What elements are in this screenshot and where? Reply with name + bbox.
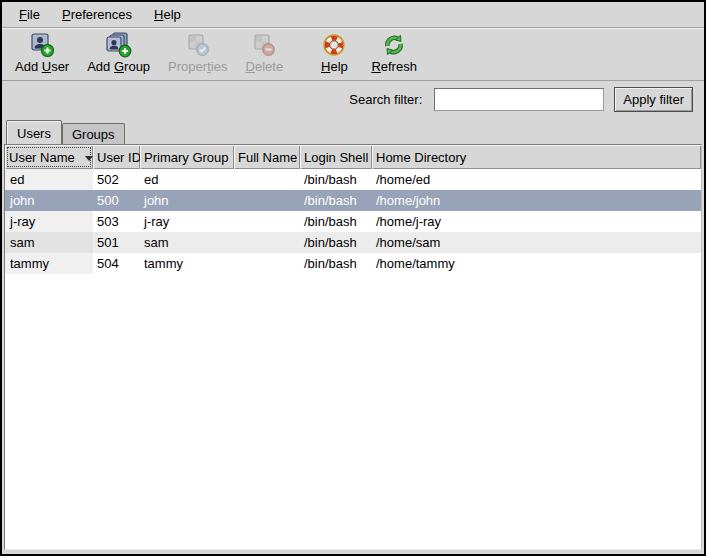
label-part: H	[321, 59, 330, 74]
user-manager-window: File Preferences Help Add User	[0, 0, 706, 556]
delete-button[interactable]: Delete	[236, 31, 292, 75]
table-row-tammy[interactable]: tammy 504 tammy /bin/bash /home/tammy	[5, 253, 701, 274]
label-part: roup	[124, 59, 150, 74]
menu-help[interactable]: Help	[143, 3, 192, 26]
table-row-j-ray[interactable]: j-ray 503 j-ray /bin/bash /home/j-ray	[5, 211, 701, 232]
column-header-label: Primary Group	[144, 150, 229, 165]
cell-full-name	[234, 253, 300, 274]
cell-primary-group: john	[140, 190, 234, 211]
cell-home-directory: /home/j-ray	[372, 211, 701, 232]
column-header-user-name[interactable]: User Name	[5, 145, 93, 169]
column-header-full-name[interactable]: Full Name	[234, 145, 300, 169]
cell-primary-group: j-ray	[140, 211, 234, 232]
apply-filter-button[interactable]: Apply filter	[614, 87, 693, 112]
help-icon	[321, 32, 347, 58]
add-user-button[interactable]: Add User	[6, 31, 78, 75]
cell-home-directory: /home/tammy	[372, 253, 701, 274]
label-part: efresh	[381, 59, 417, 74]
table-header: User Name User ID Primary Group Full Nam…	[5, 145, 701, 169]
label-part: Add	[15, 59, 42, 74]
menu-label-part: F	[19, 7, 27, 22]
cell-login-shell: /bin/bash	[300, 169, 372, 190]
menu-label-part: elp	[163, 7, 180, 22]
refresh-button[interactable]: Refresh	[362, 31, 426, 75]
label-part: ser	[51, 59, 69, 74]
search-filter-row: Search filter: Apply filter	[2, 81, 704, 118]
toolbar-button-label: Add Group	[87, 59, 150, 74]
label-part: Proper	[168, 59, 207, 74]
cell-home-directory: /home/ed	[372, 169, 701, 190]
cell-primary-group: tammy	[140, 253, 234, 274]
cell-user-id: 502	[93, 169, 140, 190]
cell-home-directory: /home/sam	[372, 232, 701, 253]
menu-file[interactable]: File	[8, 3, 51, 26]
table-row-ed[interactable]: ed 502 ed /bin/bash /home/ed	[5, 169, 701, 190]
label-part: U	[42, 59, 51, 74]
column-header-label: Full Name	[238, 150, 297, 165]
cell-user-name: sam	[5, 232, 93, 253]
label-part: Add	[87, 59, 114, 74]
label-part: elp	[330, 59, 347, 74]
delete-icon	[251, 32, 277, 58]
properties-button[interactable]: Properties	[159, 31, 236, 75]
label-part: R	[371, 59, 380, 74]
table-row-john-selected[interactable]: john 500 john /bin/bash /home/john	[5, 190, 701, 211]
group-add-icon	[106, 32, 132, 58]
column-header-primary-group[interactable]: Primary Group	[140, 145, 234, 169]
cell-primary-group: sam	[140, 232, 234, 253]
menu-label-part: ile	[27, 7, 40, 22]
cell-user-name: j-ray	[5, 211, 93, 232]
cell-full-name	[234, 211, 300, 232]
add-group-button[interactable]: Add Group	[78, 31, 159, 75]
cell-full-name	[234, 232, 300, 253]
cell-user-name: john	[5, 190, 93, 211]
column-header-login-shell[interactable]: Login Shell	[300, 145, 372, 169]
help-button[interactable]: Help	[306, 31, 362, 75]
column-header-label: User ID	[97, 150, 140, 165]
toolbar-button-label: Refresh	[371, 59, 417, 74]
tab-bar: Users Groups	[2, 118, 704, 144]
users-table: User Name User ID Primary Group Full Nam…	[4, 144, 702, 550]
cell-user-name: ed	[5, 169, 93, 190]
cell-login-shell: /bin/bash	[300, 232, 372, 253]
tab-users[interactable]: Users	[6, 120, 62, 144]
refresh-icon	[381, 32, 407, 58]
cell-user-name: tammy	[5, 253, 93, 274]
search-filter-input[interactable]	[434, 88, 604, 111]
toolbar-button-label: Add User	[15, 59, 69, 74]
label-part: D	[246, 59, 255, 74]
cell-primary-group: ed	[140, 169, 234, 190]
label-part: G	[114, 59, 124, 74]
properties-icon	[185, 32, 211, 58]
cell-user-id: 501	[93, 232, 140, 253]
menu-preferences[interactable]: Preferences	[51, 3, 143, 26]
column-header-label: Login Shell	[304, 150, 368, 165]
search-filter-label: Search filter:	[349, 92, 422, 107]
tab-groups[interactable]: Groups	[62, 123, 125, 144]
label-part: ies	[211, 59, 228, 74]
toolbar-button-label: Help	[321, 59, 348, 74]
user-add-icon	[29, 32, 55, 58]
cell-login-shell: /bin/bash	[300, 190, 372, 211]
menu-bar: File Preferences Help	[2, 2, 704, 28]
cell-full-name	[234, 169, 300, 190]
table-row-sam[interactable]: sam 501 sam /bin/bash /home/sam	[5, 232, 701, 253]
column-header-user-id[interactable]: User ID	[93, 145, 140, 169]
menu-label-part: P	[62, 7, 71, 22]
cell-home-directory: /home/john	[372, 190, 701, 211]
column-header-label: Home Directory	[376, 150, 466, 165]
toolbar-button-label: Delete	[246, 59, 284, 74]
cell-login-shell: /bin/bash	[300, 253, 372, 274]
cell-full-name	[234, 190, 300, 211]
table-body: ed 502 ed /bin/bash /home/ed john 500 jo…	[5, 169, 701, 549]
cell-user-id: 500	[93, 190, 140, 211]
label-part: elete	[255, 59, 283, 74]
cell-user-id: 503	[93, 211, 140, 232]
toolbar-button-label: Properties	[168, 59, 227, 74]
cell-login-shell: /bin/bash	[300, 211, 372, 232]
cell-user-id: 504	[93, 253, 140, 274]
toolbar: Add User Add Group	[2, 28, 704, 81]
column-header-home-directory[interactable]: Home Directory	[372, 145, 701, 169]
sort-descending-icon	[85, 156, 93, 161]
menu-label-part: references	[71, 7, 132, 22]
